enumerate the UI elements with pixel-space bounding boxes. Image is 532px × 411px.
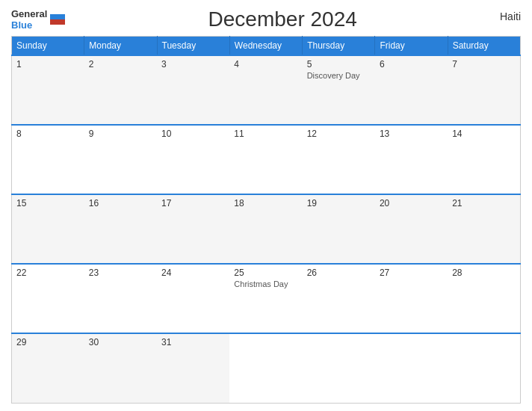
- table-row: [375, 333, 448, 403]
- day-number: 12: [307, 129, 371, 139]
- day-number: 5: [307, 59, 371, 69]
- logo-general-text: General: [11, 8, 47, 19]
- day-number: 31: [161, 337, 225, 347]
- header: General Blue December 2024 Haiti: [11, 7, 521, 31]
- day-number: 26: [307, 268, 371, 278]
- table-row: 15: [12, 194, 84, 264]
- day-number: 18: [234, 198, 297, 208]
- table-row: 31: [157, 333, 229, 403]
- table-row: 26: [303, 264, 375, 333]
- table-row: 17: [157, 194, 229, 264]
- day-number: 1: [16, 59, 80, 69]
- day-number: 14: [452, 129, 516, 139]
- table-row: 30: [84, 333, 157, 403]
- header-thursday: Thursday: [303, 37, 375, 56]
- table-row: 2: [84, 55, 157, 125]
- page: General Blue December 2024 Haiti Sunday …: [0, 0, 532, 411]
- day-number: 10: [161, 129, 225, 139]
- day-number: 22: [16, 268, 80, 278]
- table-row: [229, 333, 302, 403]
- header-sunday: Sunday: [12, 37, 84, 56]
- table-row: 22: [12, 264, 84, 333]
- header-saturday: Saturday: [448, 37, 520, 56]
- day-number: 11: [234, 129, 297, 139]
- table-row: 20: [375, 194, 448, 264]
- calendar-week-row: 293031: [12, 333, 521, 403]
- holiday-label: Christmas Day: [234, 279, 297, 288]
- table-row: 1: [12, 55, 84, 125]
- day-number: 16: [89, 198, 152, 208]
- header-wednesday: Wednesday: [229, 37, 302, 56]
- day-number: 27: [380, 268, 443, 278]
- country-label: Haiti: [500, 10, 521, 22]
- table-row: 6: [375, 55, 448, 125]
- day-number: 4: [234, 59, 297, 69]
- logo-blue-text: Blue: [11, 19, 47, 31]
- table-row: 27: [375, 264, 448, 333]
- table-row: 13: [375, 125, 448, 194]
- day-number: 30: [89, 337, 152, 347]
- holiday-label: Discovery Day: [307, 71, 371, 80]
- table-row: [303, 333, 375, 403]
- day-number: 28: [452, 268, 516, 278]
- table-row: 14: [448, 125, 520, 194]
- header-monday: Monday: [84, 37, 157, 56]
- day-number: 17: [161, 198, 225, 208]
- table-row: 25Christmas Day: [229, 264, 302, 333]
- day-number: 25: [234, 268, 297, 278]
- page-title: December 2024: [65, 7, 500, 31]
- weekday-header-row: Sunday Monday Tuesday Wednesday Thursday…: [12, 37, 521, 56]
- table-row: 7: [448, 55, 520, 125]
- day-number: 8: [16, 129, 80, 139]
- day-number: 13: [380, 129, 443, 139]
- day-number: 23: [89, 268, 152, 278]
- logo: General Blue: [11, 8, 65, 31]
- calendar-table: Sunday Monday Tuesday Wednesday Thursday…: [11, 36, 521, 404]
- header-tuesday: Tuesday: [157, 37, 229, 56]
- calendar-week-row: 12345Discovery Day67: [12, 55, 521, 125]
- table-row: 21: [448, 194, 520, 264]
- table-row: 10: [157, 125, 229, 194]
- table-row: 11: [229, 125, 302, 194]
- day-number: 19: [307, 198, 371, 208]
- table-row: 3: [157, 55, 229, 125]
- table-row: 24: [157, 264, 229, 333]
- day-number: 3: [161, 59, 225, 69]
- day-number: 2: [89, 59, 152, 69]
- day-number: 15: [16, 198, 80, 208]
- table-row: 23: [84, 264, 157, 333]
- table-row: 19: [303, 194, 375, 264]
- logo-flag-icon: [50, 14, 65, 25]
- header-friday: Friday: [375, 37, 448, 56]
- table-row: 5Discovery Day: [303, 55, 375, 125]
- day-number: 6: [380, 59, 443, 69]
- table-row: 8: [12, 125, 84, 194]
- table-row: 4: [229, 55, 302, 125]
- table-row: 16: [84, 194, 157, 264]
- calendar-week-row: 22232425Christmas Day262728: [12, 264, 521, 333]
- calendar-week-row: 891011121314: [12, 125, 521, 194]
- table-row: 28: [448, 264, 520, 333]
- day-number: 7: [452, 59, 516, 69]
- table-row: [448, 333, 520, 403]
- table-row: 18: [229, 194, 302, 264]
- table-row: 9: [84, 125, 157, 194]
- day-number: 20: [380, 198, 443, 208]
- day-number: 21: [452, 198, 516, 208]
- table-row: 12: [303, 125, 375, 194]
- calendar-week-row: 15161718192021: [12, 194, 521, 264]
- day-number: 24: [161, 268, 225, 278]
- day-number: 9: [89, 129, 152, 139]
- day-number: 29: [16, 337, 80, 347]
- table-row: 29: [12, 333, 84, 403]
